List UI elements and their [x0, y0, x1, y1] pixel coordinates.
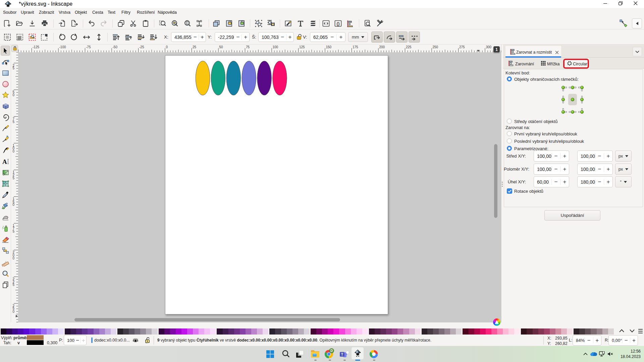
svg-text:100: 100: [273, 45, 278, 49]
svg-text:5: 5: [13, 283, 15, 287]
svg-text:5: 5: [13, 120, 15, 124]
svg-text:0: 0: [13, 93, 15, 97]
svg-text:25: 25: [193, 45, 197, 49]
svg-text:-100: -100: [59, 45, 66, 49]
svg-text:T: T: [341, 352, 343, 356]
svg-text:0: 0: [166, 45, 168, 49]
svg-text:50: 50: [219, 45, 223, 49]
svg-text:-75: -75: [86, 45, 91, 49]
svg-text:0: 0: [13, 310, 15, 313]
svg-text:-125: -125: [33, 45, 39, 49]
svg-text:200: 200: [379, 45, 385, 49]
svg-text:125: 125: [299, 45, 305, 49]
svg-text:-50: -50: [113, 45, 118, 49]
svg-text:5: 5: [13, 176, 15, 180]
svg-text:225: 225: [406, 45, 412, 49]
svg-text:5: 5: [13, 66, 15, 70]
svg-text:300: 300: [486, 45, 492, 49]
svg-text:250: 250: [433, 45, 438, 49]
svg-text:-25: -25: [139, 45, 144, 49]
svg-text:75: 75: [246, 45, 250, 49]
svg-text:175: 175: [353, 45, 358, 49]
svg-text:{}: {}: [336, 21, 340, 26]
svg-text:0: 0: [13, 203, 15, 206]
svg-text:5: 5: [13, 230, 15, 233]
svg-text:275: 275: [459, 45, 465, 49]
svg-text:0: 0: [13, 256, 15, 260]
svg-text:A: A: [2, 158, 7, 165]
svg-text:0: 0: [13, 149, 15, 153]
svg-text:150: 150: [326, 45, 332, 49]
